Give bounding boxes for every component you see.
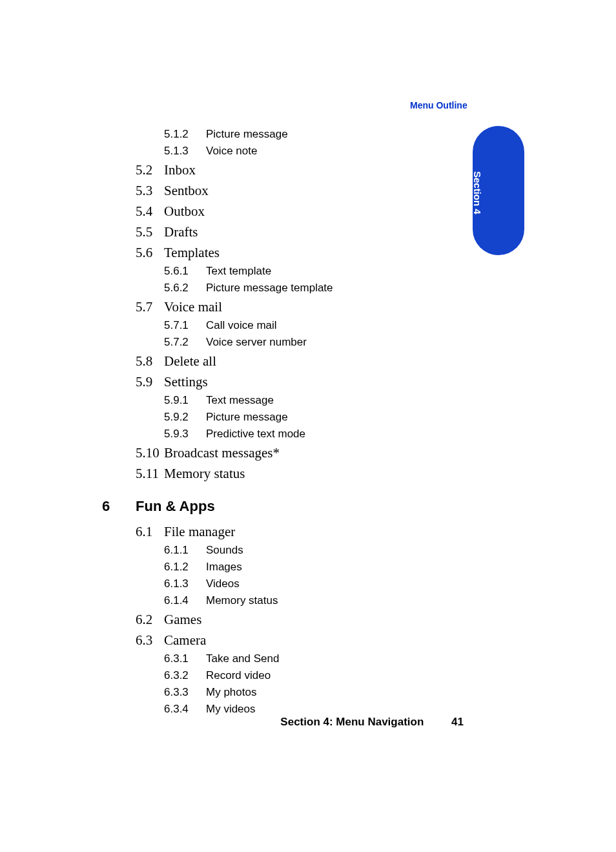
outline-item-label: Sentbox (164, 180, 209, 201)
outline-sub-label: Voice note (206, 143, 257, 160)
outline-sub-num: 6.1.1 (164, 542, 206, 559)
outline-sub-item: 6.1.3Videos (164, 576, 464, 592)
outline-sub-label: Videos (206, 576, 240, 592)
outline-item-label: Voice mail (164, 296, 222, 317)
outline-sub-item: 6.1.1Sounds (164, 542, 464, 559)
outline-item-num: 5.4 (136, 201, 164, 222)
outline-sub-item: 5.1.2Picture message (164, 126, 464, 143)
outline-item: 5.7Voice mail (136, 296, 464, 317)
outline-sub-item: 6.3.2Record video (164, 667, 464, 684)
outline-sub-item: 5.9.2Picture message (164, 409, 464, 426)
outline-item: 5.3Sentbox (136, 180, 464, 201)
outline-item-label: Broadcast messages* (164, 442, 280, 463)
outline-sub-num: 6.1.3 (164, 576, 206, 592)
outline-item: 5.11Memory status (136, 463, 464, 484)
outline-item-num: 5.9 (136, 371, 164, 392)
outline-sub-num: 5.9.1 (164, 392, 206, 409)
outline-item-label: Drafts (164, 222, 198, 242)
outline-item-label: Memory status (164, 463, 245, 484)
outline-sub-label: Text template (206, 263, 271, 280)
outline-item-label: Games (164, 609, 201, 630)
outline-sub-num: 6.3.2 (164, 667, 206, 684)
outline-item-label: File manager (164, 521, 235, 542)
outline-item: 5.8Delete all (136, 351, 464, 371)
outline-sub-num: 6.3.3 (164, 684, 206, 701)
outline-item-label: Camera (164, 630, 206, 650)
outline-sub-label: Picture message (206, 126, 288, 143)
outline-sub-item: 5.6.1Text template (164, 263, 464, 280)
footer-section: Section 4: Menu Navigation (280, 716, 424, 728)
outline-item-num: 6.2 (136, 609, 164, 630)
outline-item-num: 5.6 (136, 242, 164, 263)
outline-sub-num: 5.1.2 (164, 126, 206, 143)
outline-item-num: 6.3 (136, 630, 164, 650)
outline-item-label: Templates (164, 242, 220, 263)
outline-item-num: 5.11 (136, 463, 164, 484)
outline-sub-label: Predictive text mode (206, 426, 305, 442)
outline-sub-num: 5.9.3 (164, 426, 206, 442)
outline-sub-item: 5.7.1Call voice mail (164, 317, 464, 334)
outline-item-label: Delete all (164, 351, 216, 371)
outline-sub-item: 6.1.4Memory status (164, 592, 464, 609)
outline-item: 5.6Templates (136, 242, 464, 263)
outline-item: 5.5Drafts (136, 222, 464, 242)
outline-item: 6.3Camera (136, 630, 464, 650)
outline-item-label: Inbox (164, 160, 196, 180)
outline-item: 6.1File manager (136, 521, 464, 542)
outline-sub-item: 6.3.1Take and Send (164, 650, 464, 667)
outline-sub-label: Record video (206, 667, 271, 684)
outline-sub-label: Memory status (206, 592, 278, 609)
outline-sub-num: 5.9.2 (164, 409, 206, 426)
outline-item: 5.2Inbox (136, 160, 464, 180)
outline-sub-item: 5.7.2Voice server number (164, 334, 464, 351)
outline-item-label: Settings (164, 371, 208, 392)
outline-item-num: 5.5 (136, 222, 164, 242)
outline-content: 5.1.2Picture message5.1.3Voice note5.2In… (102, 126, 464, 718)
outline-sub-num: 6.1.4 (164, 592, 206, 609)
outline-sub-label: My photos (206, 684, 256, 701)
outline-sub-num: 5.7.1 (164, 317, 206, 334)
outline-sub-num: 6.3.1 (164, 650, 206, 667)
outline-sub-item: 5.9.3Predictive text mode (164, 426, 464, 442)
outline-sub-item: 6.3.3My photos (164, 684, 464, 701)
outline-item: 5.4Outbox (136, 201, 464, 222)
outline-item-num: 5.3 (136, 180, 164, 201)
outline-item: 5.10Broadcast messages* (136, 442, 464, 463)
outline-section: 6Fun & Apps (102, 495, 464, 517)
outline-item-num: 5.10 (136, 442, 164, 463)
outline-sub-num: 6.1.2 (164, 559, 206, 576)
outline-section-num: 6 (102, 495, 136, 517)
outline-item-num: 5.8 (136, 351, 164, 371)
outline-item-num: 6.1 (136, 521, 164, 542)
outline-sub-label: Sounds (206, 542, 243, 559)
outline-sub-label: Text message (206, 392, 274, 409)
footer-page-number: 41 (451, 716, 464, 729)
outline-sub-num: 5.6.1 (164, 263, 206, 280)
outline-item-num: 5.2 (136, 160, 164, 180)
outline-item: 6.2Games (136, 609, 464, 630)
page-footer: Section 4: Menu Navigation 41 (102, 716, 464, 729)
outline-sub-num: 5.6.2 (164, 280, 206, 296)
outline-sub-item: 6.1.2Images (164, 559, 464, 576)
outline-sub-label: Call voice mail (206, 317, 277, 334)
outline-sub-num: 5.1.3 (164, 143, 206, 160)
outline-sub-label: Picture message (206, 409, 288, 426)
outline-sub-label: Take and Send (206, 650, 279, 667)
outline-item-label: Outbox (164, 201, 205, 222)
outline-sub-item: 5.9.1Text message (164, 392, 464, 409)
outline-sub-label: Voice server number (206, 334, 307, 351)
outline-sub-num: 5.7.2 (164, 334, 206, 351)
outline-section-label: Fun & Apps (136, 495, 215, 517)
outline-item-num: 5.7 (136, 296, 164, 317)
outline-sub-item: 5.1.3Voice note (164, 143, 464, 160)
outline-sub-label: Picture message template (206, 280, 333, 296)
section-tab-label: Section 4 (472, 171, 483, 214)
outline-sub-item: 5.6.2Picture message template (164, 280, 464, 296)
header-link[interactable]: Menu Outline (410, 100, 467, 110)
outline-item: 5.9Settings (136, 371, 464, 392)
outline-sub-label: Images (206, 559, 242, 576)
